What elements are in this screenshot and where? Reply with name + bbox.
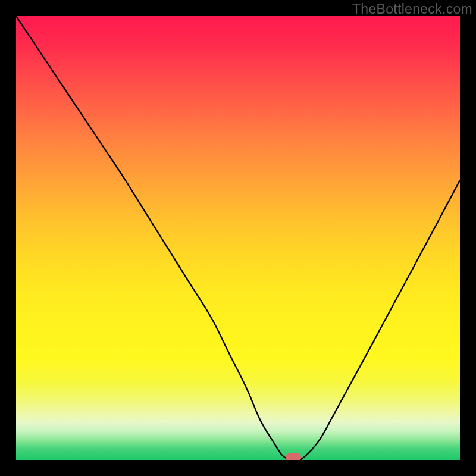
chart-optimum-marker bbox=[286, 453, 301, 460]
chart-line-series bbox=[16, 16, 460, 460]
watermark-text: TheBottleneck.com bbox=[352, 1, 472, 17]
bottleneck-curve-path bbox=[16, 16, 460, 460]
chart-plot-area bbox=[16, 16, 460, 460]
